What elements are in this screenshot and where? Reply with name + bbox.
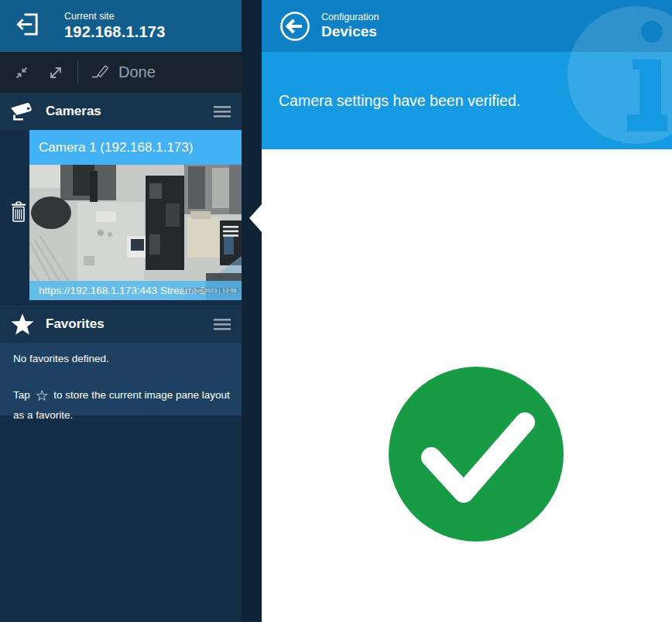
favorites-empty-text: No favorites defined. — [13, 351, 229, 367]
site-text: Current site 192.168.1.173 — [64, 11, 166, 41]
camera-scene-image — [29, 165, 242, 300]
collapse-panes-button[interactable] — [9, 59, 34, 87]
back-circle-icon — [279, 10, 311, 43]
favorites-body: No favorites defined. Tap ☆ to store the… — [0, 343, 242, 415]
camera-tile-title: Camera 1 (192.168.1.173) — [29, 130, 242, 165]
done-button[interactable]: Done — [86, 59, 160, 86]
back-button[interactable] — [279, 10, 311, 43]
banner-message: Camera settings have been verified. — [279, 92, 520, 110]
site-address: 192.168.1.173 — [64, 23, 166, 41]
sidebar-column: Current site 192.168.1.173 — [0, 0, 242, 622]
breadcrumb: Configuration — [321, 12, 379, 22]
site-label: Current site — [64, 11, 166, 22]
camera-thumbnail: 17 Jun 2023 | 13:06 https://192.168.1.17… — [29, 165, 242, 300]
section-gap — [0, 300, 242, 306]
main-panel: Configuration Devices Camera settings ha… — [262, 0, 672, 622]
star-outline-icon: ☆ — [33, 388, 51, 404]
page-title: Devices — [321, 23, 379, 40]
pencil-edit-icon — [91, 62, 111, 83]
camera-osd-timestamp: 17 Jun 2023 | 13:06 — [183, 288, 238, 293]
done-label: Done — [118, 63, 156, 81]
camera-tile-row: Camera 1 (192.168.1.173) — [0, 130, 242, 300]
current-site-button[interactable]: Current site 192.168.1.173 — [0, 0, 242, 52]
toolbar-divider — [77, 61, 78, 84]
hint-prefix: Tap — [13, 389, 30, 401]
favorites-title: Favorites — [46, 316, 211, 332]
main-header-text: Configuration Devices — [321, 12, 379, 40]
favorites-hint: Tap ☆ to store the current image pane la… — [13, 385, 231, 423]
tile-callout-arrow — [249, 204, 262, 232]
cameras-menu-button[interactable] — [211, 101, 234, 122]
sidebar: Current site 192.168.1.173 — [0, 0, 262, 622]
app-window: Current site 192.168.1.173 — [0, 0, 672, 622]
trash-icon[interactable] — [10, 201, 27, 227]
drag-handle-icon[interactable] — [223, 226, 238, 240]
favorites-section-header: Favorites — [0, 306, 242, 343]
main-header: Configuration Devices — [262, 0, 672, 52]
success-check-icon — [389, 367, 564, 542]
cctv-camera-icon — [9, 102, 36, 121]
camera-tile[interactable]: Camera 1 (192.168.1.173) — [29, 130, 242, 300]
star-filled-icon — [9, 313, 36, 336]
pane-toolbar: Done — [0, 52, 242, 93]
exit-site-icon — [14, 11, 41, 41]
info-banner: Camera settings have been verified. — [262, 52, 672, 149]
cameras-title: Cameras — [46, 104, 211, 119]
favorites-menu-button[interactable] — [211, 314, 234, 335]
cameras-section-header: Cameras — [0, 93, 242, 130]
expand-panes-button[interactable] — [43, 59, 68, 87]
